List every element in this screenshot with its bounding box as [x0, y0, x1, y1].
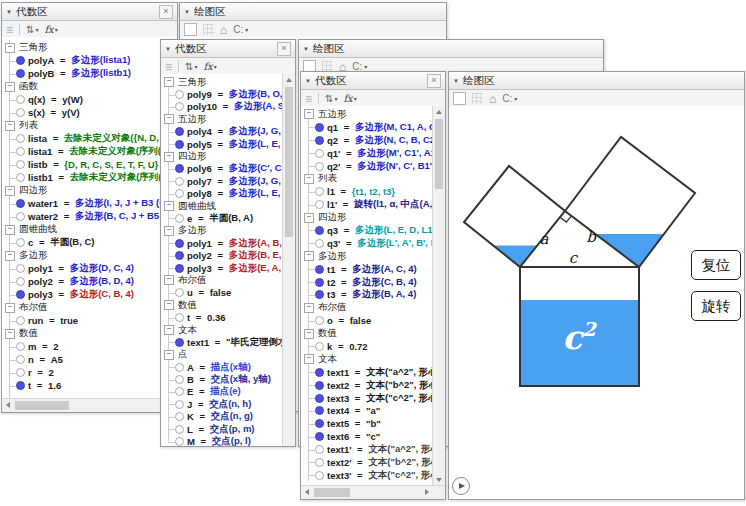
collapse-icon[interactable]: −: [304, 354, 314, 364]
algebra-item[interactable]: n = A5: [2, 353, 177, 366]
visibility-dot[interactable]: [315, 316, 324, 325]
algebra-item[interactable]: text3 = 文本("c^2", 形心: [301, 392, 433, 405]
algebra-category[interactable]: − 多边形: [301, 250, 433, 263]
menu-icon[interactable]: ≡: [305, 93, 312, 105]
collapse-icon[interactable]: −: [164, 77, 174, 87]
algebra-item[interactable]: t2 = 多边形(C, B, 4): [301, 276, 433, 289]
algebra-item[interactable]: s(x) = y(V): [2, 106, 177, 119]
visibility-dot[interactable]: [175, 127, 184, 136]
collapse-icon[interactable]: −: [5, 82, 15, 92]
algebra-category[interactable]: − 多边形: [161, 225, 283, 237]
close-icon[interactable]: ×: [427, 74, 441, 88]
panel-header[interactable]: ▼ 代数区 ×: [161, 40, 295, 58]
visibility-dot[interactable]: [16, 108, 25, 117]
visibility-dot[interactable]: [315, 290, 324, 299]
algebra-item[interactable]: q2' = 多边形(N', C', B1', C: [301, 160, 433, 173]
sort-icon[interactable]: ⇅▾: [185, 61, 197, 72]
visibility-dot[interactable]: [315, 432, 324, 441]
algebra-category[interactable]: − 多边形: [2, 249, 177, 262]
algebra-category[interactable]: − 三角形: [2, 41, 177, 54]
visibility-dot[interactable]: [175, 288, 184, 297]
visibility-dot[interactable]: [315, 342, 324, 351]
algebra-item[interactable]: q3' = 多边形(L', A', B', L1: [301, 237, 433, 250]
collapse-icon[interactable]: −: [164, 201, 174, 211]
algebra-item[interactable]: poly9 = 多边形(B, O, R): [161, 88, 283, 100]
visibility-dot[interactable]: [315, 368, 324, 377]
visibility-dot[interactable]: [315, 445, 324, 454]
menu-icon[interactable]: ≡: [6, 24, 13, 36]
algebra-item[interactable]: B = 交点(x轴, y轴): [161, 373, 283, 385]
algebra-item[interactable]: listb1 = 去除未定义对象(序列(: [2, 171, 177, 184]
collapse-caret-icon[interactable]: ▼: [453, 78, 459, 84]
algebra-category[interactable]: − 数值: [301, 327, 433, 340]
view-dropdown[interactable]: C:▾: [233, 24, 248, 35]
visibility-dot[interactable]: [16, 277, 25, 286]
visibility-dot[interactable]: [16, 368, 25, 377]
visibility-dot[interactable]: [315, 136, 324, 145]
algebra-item[interactable]: t3 = 多边形(B, A, 4): [301, 288, 433, 301]
vertical-scrollbar[interactable]: [282, 74, 295, 446]
algebra-item[interactable]: poly6 = 多边形(C', C, D, N: [161, 163, 283, 175]
visibility-dot[interactable]: [315, 200, 324, 209]
grid-icon[interactable]: [203, 24, 214, 35]
algebra-item[interactable]: u = false: [161, 287, 283, 299]
algebra-item[interactable]: text1 = "毕氏定理倒水演: [161, 336, 283, 348]
visibility-dot[interactable]: [16, 56, 25, 65]
algebra-item[interactable]: text1 = 文本("a^2", 形心: [301, 366, 433, 379]
algebra-category[interactable]: − 布尔值: [2, 301, 177, 314]
visibility-dot[interactable]: [315, 406, 324, 415]
algebra-category[interactable]: − 数值: [2, 327, 177, 340]
visibility-dot[interactable]: [175, 177, 184, 186]
collapse-caret-icon[interactable]: ▼: [303, 46, 309, 52]
algebra-item[interactable]: poly5 = 多边形(L, E, A, H,: [161, 138, 283, 150]
collapse-caret-icon[interactable]: ▼: [305, 78, 311, 84]
visibility-dot[interactable]: [16, 160, 25, 169]
home-icon[interactable]: ⌂: [489, 93, 496, 105]
algebra-category[interactable]: − 列表: [301, 172, 433, 185]
algebra-category[interactable]: − 布尔值: [161, 274, 283, 286]
visibility-dot[interactable]: [16, 199, 25, 208]
algebra-item[interactable]: poly2 = 多边形(B, E, 4): [161, 249, 283, 261]
grid-icon[interactable]: [472, 93, 483, 104]
selection-rect-icon[interactable]: [453, 92, 466, 105]
algebra-item[interactable]: text2' = 文本("b^2", 形心: [301, 456, 433, 469]
rotate-button[interactable]: 旋转: [691, 291, 741, 321]
algebra-item[interactable]: L = 交点(p, m): [161, 423, 283, 435]
panel-header[interactable]: ▼ 绘图区: [299, 40, 603, 58]
visibility-dot[interactable]: [16, 147, 25, 156]
visibility-dot[interactable]: [175, 239, 184, 248]
collapse-icon[interactable]: −: [164, 350, 174, 360]
visibility-dot[interactable]: [315, 394, 324, 403]
visibility-dot[interactable]: [16, 95, 25, 104]
algebra-item[interactable]: m = 2: [2, 340, 177, 353]
collapse-icon[interactable]: −: [164, 226, 174, 236]
visibility-dot[interactable]: [315, 187, 324, 196]
visibility-dot[interactable]: [315, 265, 324, 274]
algebra-category[interactable]: − 四边形: [301, 211, 433, 224]
algebra-item[interactable]: water2 = 多边形(B, C, J + B5 (: [2, 210, 177, 223]
visibility-dot[interactable]: [16, 69, 25, 78]
algebra-category[interactable]: − 文本: [301, 353, 433, 366]
collapse-icon[interactable]: −: [5, 186, 15, 196]
algebra-item[interactable]: c = 半圆(B, C): [2, 236, 177, 249]
fx-icon[interactable]: fx▾: [343, 93, 356, 104]
algebra-category[interactable]: − 数值: [161, 299, 283, 311]
panel-header[interactable]: ▼ 绘图区: [180, 3, 446, 21]
algebra-item[interactable]: q1' = 多边形(M', C1', A1',: [301, 147, 433, 160]
visibility-dot[interactable]: [16, 290, 25, 299]
visibility-dot[interactable]: [175, 375, 184, 384]
selection-rect-icon[interactable]: [184, 23, 197, 36]
collapse-icon[interactable]: −: [5, 43, 15, 53]
collapse-icon[interactable]: −: [304, 109, 314, 119]
algebra-category[interactable]: − 点: [161, 349, 283, 361]
algebra-item[interactable]: q1 = 多边形(M, C1, A, C, I: [301, 121, 433, 134]
label-c[interactable]: c: [569, 249, 579, 267]
visibility-dot[interactable]: [16, 381, 25, 390]
view-dropdown[interactable]: C:▾: [502, 93, 517, 104]
play-button[interactable]: [452, 477, 470, 495]
algebra-category[interactable]: − 圆锥曲线: [161, 200, 283, 212]
visibility-dot[interactable]: [175, 102, 184, 111]
collapse-icon[interactable]: −: [304, 213, 314, 223]
reset-button[interactable]: 复位: [691, 250, 741, 280]
collapse-icon[interactable]: −: [304, 329, 314, 339]
